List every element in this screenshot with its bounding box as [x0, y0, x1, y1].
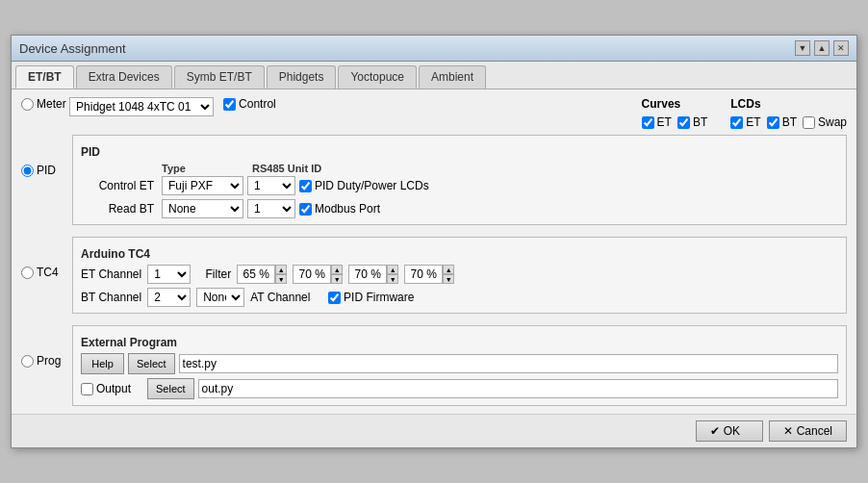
meter-radio-label[interactable]: Meter	[21, 97, 66, 111]
curves-title: Curves	[642, 97, 708, 111]
title-bar: Device Assignment ▼ ▲ ✕	[12, 36, 856, 62]
filter-input-3[interactable]	[348, 265, 387, 284]
curves-et-checkbox[interactable]	[642, 116, 654, 129]
help-button[interactable]: Help	[81, 353, 124, 374]
lcds-bt-label[interactable]: BT	[767, 115, 797, 129]
bt-channel-select[interactable]: 2	[147, 288, 191, 307]
filter-spinner-3: ▲ ▼	[348, 265, 398, 284]
modbus-port-label[interactable]: Modbus Port	[299, 202, 380, 216]
tc4-section-header: Arduino TC4	[81, 247, 838, 261]
control-et-label: Control ET	[81, 179, 158, 192]
bt-channel-label: BT Channel	[81, 291, 141, 304]
et-channel-label: ET Channel	[81, 267, 141, 281]
lcds-et-label[interactable]: ET	[730, 115, 760, 129]
tab-bar: ET/BT Extra Devices Symb ET/BT Phidgets …	[12, 62, 856, 89]
prog-section: External Program Help Select Output Sele…	[72, 325, 847, 406]
lcds-et-checkbox[interactable]	[730, 116, 743, 129]
lcds-checkboxes: ET BT Swap	[730, 115, 847, 129]
filter-2-up[interactable]: ▲	[331, 265, 343, 274]
filter-1-up[interactable]: ▲	[275, 265, 287, 274]
meter-radio[interactable]	[21, 98, 34, 111]
prog-input-1[interactable]	[179, 354, 838, 373]
filter-1-dn[interactable]: ▼	[275, 274, 287, 284]
read-bt-label: Read BT	[81, 202, 158, 216]
curves-section: Curves ET BT	[642, 97, 708, 129]
pid-radio-label[interactable]: PID	[21, 135, 64, 177]
filter-2-dn[interactable]: ▼	[331, 274, 343, 284]
curves-checkboxes: ET BT	[642, 115, 708, 129]
ok-label: OK	[724, 424, 740, 438]
curves-bt-checkbox[interactable]	[677, 116, 690, 129]
tab-extra-devices[interactable]: Extra Devices	[76, 65, 172, 89]
control-et-rs485-select[interactable]: 1	[247, 176, 295, 195]
filter-spinner-1: ▲ ▼	[237, 265, 287, 284]
cancel-button[interactable]: ✕ Cancel	[769, 420, 847, 442]
output-checkbox-label[interactable]: Output	[81, 382, 143, 395]
modbus-port-checkbox[interactable]	[299, 203, 312, 216]
pid-duty-checkbox[interactable]	[299, 180, 312, 192]
filter-label: Filter	[206, 267, 232, 281]
minimize-button[interactable]: ▼	[795, 40, 810, 56]
tc4-radio-label[interactable]: TC4	[21, 237, 64, 279]
filter-input-1[interactable]	[237, 265, 275, 284]
close-button[interactable]: ✕	[833, 40, 849, 56]
et-channel-select[interactable]: 1	[147, 265, 191, 284]
meter-select[interactable]: Phidget 1048 4xTC 01	[69, 97, 214, 116]
tc4-radio-text: TC4	[37, 266, 59, 279]
prog-row-2: Output Select	[81, 378, 838, 399]
cancel-icon: ✕	[783, 424, 793, 438]
filter-4-dn[interactable]: ▼	[443, 274, 454, 284]
curves-lcds-block: Curves ET BT LCDs	[642, 97, 847, 129]
pid-firmware-label[interactable]: PID Firmware	[328, 291, 414, 304]
tc4-radio[interactable]	[21, 267, 34, 279]
read-bt-rs485-select[interactable]: 1	[247, 199, 295, 218]
tc4-section: Arduino TC4 ET Channel 1 Filter ▲ ▼	[72, 237, 847, 314]
select-button-2[interactable]: Select	[147, 378, 194, 399]
control-et-type-select[interactable]: Fuji PXF	[162, 176, 243, 195]
at-channel-none-select[interactable]: None	[196, 288, 244, 307]
prog-radio-label[interactable]: Prog	[21, 325, 64, 368]
tab-yoctopuce[interactable]: Yoctopuce	[338, 65, 417, 89]
curves-bt-label[interactable]: BT	[677, 115, 707, 129]
pid-duty-label[interactable]: PID Duty/Power LCDs	[299, 179, 429, 192]
output-checkbox[interactable]	[81, 383, 93, 395]
tab-content: Meter Phidget 1048 4xTC 01 Control Curve…	[12, 89, 856, 414]
meter-label: Meter	[37, 97, 66, 111]
title-buttons: ▼ ▲ ✕	[795, 40, 849, 56]
read-bt-type-select[interactable]: None	[162, 199, 243, 218]
at-channel-label: AT Channel	[250, 291, 310, 304]
control-label: Control	[239, 97, 276, 111]
prog-input-2[interactable]	[198, 379, 838, 398]
pid-firmware-checkbox[interactable]	[328, 292, 341, 304]
cancel-label: Cancel	[797, 424, 832, 438]
control-checkbox-label[interactable]: Control	[223, 97, 276, 111]
lcds-title: LCDs	[730, 97, 847, 111]
tab-et-bt[interactable]: ET/BT	[15, 65, 74, 89]
maximize-button[interactable]: ▲	[814, 40, 830, 56]
pid-radio[interactable]	[21, 165, 34, 177]
tab-symb-et-bt[interactable]: Symb ET/BT	[174, 65, 265, 89]
select-button-1[interactable]: Select	[128, 353, 175, 374]
filter-spinner-2: ▲ ▼	[293, 265, 343, 284]
filter-input-4[interactable]	[404, 265, 443, 284]
ok-button[interactable]: ✔ OK	[696, 420, 763, 442]
lcds-bt-checkbox[interactable]	[767, 116, 779, 129]
type-col-header: Type	[162, 163, 248, 174]
filter-3-up[interactable]: ▲	[387, 265, 398, 274]
prog-radio[interactable]	[21, 355, 34, 368]
pid-section: PID Type RS485 Unit ID Control ET Fuji P…	[72, 135, 847, 225]
pid-radio-text: PID	[37, 164, 56, 177]
curves-et-label[interactable]: ET	[642, 115, 672, 129]
dialog-title: Device Assignment	[19, 41, 126, 56]
filter-4-up[interactable]: ▲	[443, 265, 454, 274]
control-checkbox[interactable]	[223, 98, 236, 111]
lcds-swap-label[interactable]: Swap	[803, 115, 847, 129]
filter-input-2[interactable]	[293, 265, 331, 284]
tab-phidgets[interactable]: Phidgets	[267, 65, 337, 89]
top-row: Meter Phidget 1048 4xTC 01 Control Curve…	[21, 97, 847, 129]
tab-ambient[interactable]: Ambient	[419, 65, 486, 89]
prog-section-header: External Program	[81, 336, 838, 349]
filter-3-dn[interactable]: ▼	[387, 274, 398, 284]
lcds-swap-checkbox[interactable]	[803, 116, 815, 129]
lcds-section: LCDs ET BT Swap	[730, 97, 847, 129]
